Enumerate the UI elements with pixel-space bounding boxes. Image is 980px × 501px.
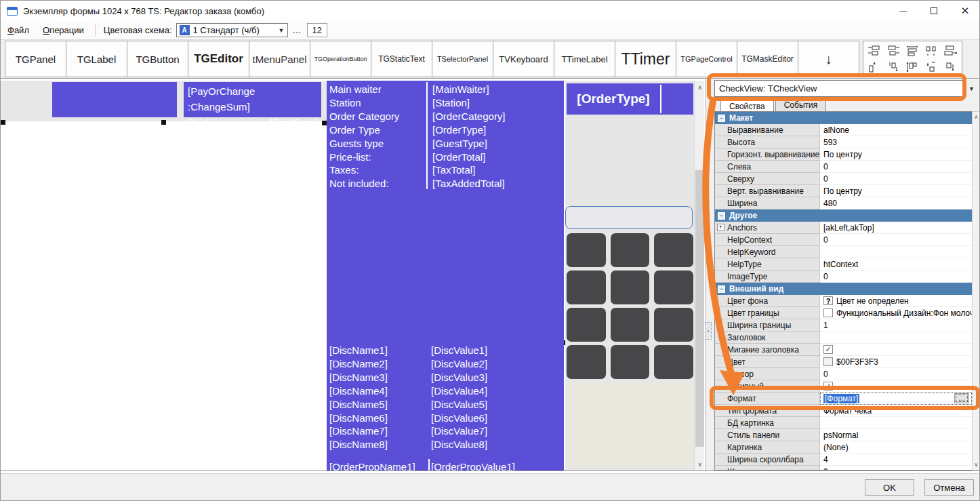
property-row-заголовок[interactable]: Заголовок — [715, 332, 972, 344]
property-row-слева[interactable]: Слева0 — [715, 161, 972, 173]
tab-events[interactable]: События — [775, 98, 827, 111]
property-value[interactable]: psNormal — [820, 429, 972, 441]
close-button[interactable]: ✕ — [950, 1, 980, 21]
property-value[interactable]: 4 — [820, 454, 972, 466]
object-selector[interactable]: CheckView: TCheckView — [714, 80, 966, 97]
scrollbar-thumb[interactable] — [695, 170, 704, 447]
property-row-верт-выравнивание[interactable]: Верт. выравниваниеПо центру — [715, 185, 972, 197]
property-value[interactable]: [Формат]… — [820, 393, 972, 405]
checked-checkbox[interactable]: ✓ — [823, 345, 833, 354]
scroll-down-icon[interactable]: ∨ — [695, 459, 705, 469]
property-row-активный[interactable]: Активный✓ — [715, 380, 972, 393]
section-header[interactable]: −Другое — [715, 209, 972, 222]
property-value[interactable]: По центру — [820, 148, 972, 161]
property-row-картинка[interactable]: Картинка(None) — [715, 441, 972, 454]
space-equally-vertical-icon[interactable] — [922, 59, 941, 75]
keypad-button[interactable] — [654, 270, 693, 304]
property-value[interactable] — [820, 417, 972, 429]
property-value[interactable]: ✓ — [820, 380, 972, 393]
chevron-down-icon[interactable]: ▼ — [966, 83, 977, 94]
ordertype-panel[interactable]: [OrderType] — [567, 83, 693, 115]
align-left-edges-icon[interactable] — [865, 43, 884, 59]
scroll-up-icon[interactable]: ∧ — [695, 82, 705, 92]
align-to-bottom-icon[interactable] — [941, 59, 960, 75]
component-button-tgoperationbutton[interactable]: TGOperationButton — [310, 41, 371, 77]
property-row-сверху[interactable]: Сверху0 — [715, 173, 972, 185]
check-view-panel[interactable]: Main waiter[MainWaiter]Station[Station]O… — [327, 81, 564, 470]
component-button-tgbutton[interactable]: TGButton — [127, 41, 188, 77]
property-value[interactable]: 593 — [820, 136, 972, 148]
expand-icon[interactable]: + — [717, 224, 724, 231]
space-equally-horizontal-icon[interactable] — [922, 43, 941, 59]
property-row-выравнивание[interactable]: ВыравниваниеalNone — [715, 124, 972, 136]
component-button-tgpagecontrol[interactable]: TGPageControl — [676, 41, 737, 77]
bottom-cream-panel[interactable] — [565, 382, 693, 467]
font-size-field[interactable]: 12 — [307, 23, 327, 37]
minimize-button[interactable] — [887, 1, 918, 21]
component-button-ttimer[interactable]: TTimer — [615, 41, 676, 77]
property-row-ширина-границы[interactable]: Ширина границы1 — [715, 319, 972, 332]
property-row-курсор[interactable]: Курсор0 — [715, 368, 972, 380]
splitter-button[interactable]: › — [705, 322, 712, 340]
cancel-button[interactable]: Отмена — [924, 479, 974, 496]
align-horizontal-center-icon[interactable] — [903, 43, 922, 59]
component-button-tselectorpanel[interactable]: TSelectorPanel — [432, 41, 493, 77]
property-row-helpkeyword[interactable]: HelpKeyword — [715, 246, 972, 258]
property-value[interactable]: (None) — [820, 441, 972, 454]
pay-panel[interactable]: [PayOrChange :ChangeSum] Paid:[PaidSum] — [184, 82, 321, 117]
canvas-scrollbar[interactable]: ∧ ∨ — [694, 81, 704, 470]
component-button-tgstatictext[interactable]: TGStaticText — [371, 41, 432, 77]
component-button-tvkeyboard[interactable]: TVKeyboard — [493, 41, 554, 77]
section-header[interactable]: −Макет — [715, 112, 972, 124]
collapse-icon[interactable]: − — [718, 212, 725, 220]
align-vertical-center-icon[interactable] — [903, 59, 922, 75]
property-value[interactable]: 0 — [820, 173, 972, 185]
align-right-edges-icon[interactable] — [884, 43, 903, 59]
keypad-button[interactable] — [654, 233, 693, 267]
property-value[interactable]: ?Цвет не определен — [820, 295, 972, 307]
property-row-цвет-границы[interactable]: Цвет границыФункциональный Дизайн:Фон мо… — [715, 307, 972, 319]
property-value[interactable]: htContext — [820, 258, 972, 270]
align-to-right-icon[interactable] — [941, 43, 960, 59]
color-scheme-select[interactable]: А 1 Стандарт (ч/б) ▼ — [176, 23, 288, 37]
property-row-helpcontext[interactable]: HelpContext0 — [715, 234, 972, 246]
checked-checkbox[interactable]: ✓ — [823, 382, 833, 390]
scheme-more-button[interactable]: … — [288, 25, 307, 35]
keypad-button[interactable] — [567, 308, 606, 342]
keypad-button[interactable] — [611, 233, 650, 267]
property-row-тип-формата[interactable]: Тип форматаФормат чека — [715, 405, 972, 417]
property-row-anchors[interactable]: +Anchors[akLeft,akTop] — [715, 222, 972, 234]
keypad-button[interactable] — [567, 270, 606, 304]
property-row-формат[interactable]: Формат[Формат]… — [715, 393, 972, 405]
property-value[interactable]: 0 — [820, 234, 972, 246]
property-row-горизонт-выравнивание[interactable]: Горизонт. выравниваниеПо центру — [715, 148, 972, 161]
property-value[interactable]: 1 — [820, 319, 972, 332]
property-row-ширина-скроллбара[interactable]: Ширина скроллбара4 — [715, 454, 972, 466]
selection-handle[interactable] — [322, 121, 327, 125]
property-row-цвет-фона[interactable]: Цвет фона?Цвет не определен — [715, 295, 972, 307]
property-row-цвет[interactable]: Цвет$00F3F3F3 — [715, 356, 972, 368]
property-value[interactable]: Формат чека — [820, 405, 972, 417]
scroll-down-icon[interactable]: ∨ — [973, 460, 980, 469]
order-list-panel[interactable] — [1, 121, 327, 470]
property-row-стиль-панели[interactable]: Стиль панелиpsNormal — [715, 429, 972, 441]
component-button-tgpanel[interactable]: TGPanel — [5, 41, 66, 77]
property-value[interactable]: $00F3F3F3 — [820, 356, 972, 368]
component-button-tgmaskeditor[interactable]: TGMaskEditor — [737, 41, 798, 77]
property-value[interactable]: Функциональный Дизайн:Фон молочн — [820, 307, 972, 319]
keypad-button[interactable] — [654, 345, 693, 379]
property-row-ширина[interactable]: Ширина480 — [715, 197, 972, 209]
scroll-up-icon[interactable]: ∧ — [973, 112, 980, 121]
collapse-icon[interactable]: − — [718, 285, 725, 293]
maximize-button[interactable] — [918, 1, 950, 21]
keypad-button[interactable] — [611, 345, 650, 379]
empty-purple-panel[interactable] — [52, 82, 177, 117]
property-value[interactable]: 0 — [820, 270, 972, 283]
property-value[interactable]: alNone — [820, 124, 972, 136]
chevron-down-icon[interactable]: ▼ — [279, 27, 285, 34]
property-value[interactable]: ✓ — [820, 344, 972, 356]
keypad-button[interactable] — [654, 308, 693, 342]
property-row-бд-картинка[interactable]: БД картинка — [715, 417, 972, 429]
property-value[interactable]: [akLeft,akTop] — [820, 222, 972, 234]
component-button-tmenupanel[interactable]: tMenuPanel — [249, 41, 310, 77]
